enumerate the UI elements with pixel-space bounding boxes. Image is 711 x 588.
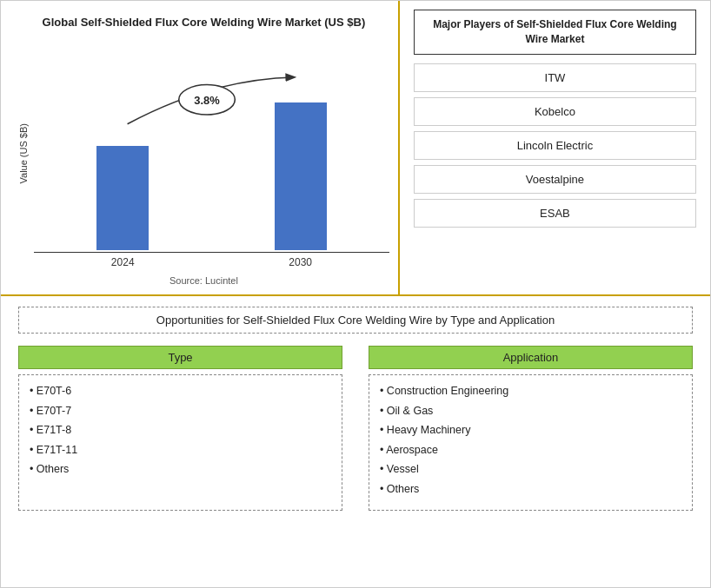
application-column: Application Construction Engineering Oil… [369, 346, 693, 511]
players-area: Major Players of Self-Shielded Flux Core… [400, 1, 710, 294]
type-item-3: E71T-8 [30, 423, 331, 439]
type-header: Type [18, 346, 342, 369]
bar-2030 [275, 102, 327, 250]
bottom-section: Opportunities for Self-Shielded Flux Cor… [1, 296, 710, 587]
bar-group-2030 [211, 76, 389, 250]
main-container: Global Self-Shielded Flux Core Welding W… [0, 0, 711, 588]
application-header: Application [369, 346, 693, 369]
bar-group-2024 [34, 76, 211, 250]
app-item-5: Vessel [380, 462, 681, 478]
type-item-2: E70T-7 [30, 404, 331, 420]
type-item-5: Others [30, 462, 331, 478]
chart-inner: 3.8% 2024 2030 [34, 39, 389, 268]
x-label-2024: 2024 [34, 253, 211, 268]
type-item-1: E70T-6 [30, 384, 331, 400]
app-item-3: Heavy Machinery [380, 423, 681, 439]
type-column: Type E70T-6 E70T-7 E71T-8 E71T-11 Others [18, 346, 342, 511]
application-body: Construction Engineering Oil & Gas Heavy… [369, 374, 693, 511]
y-axis-label: Value (US $B) [18, 123, 29, 184]
player-esab: ESAB [414, 199, 696, 228]
top-section: Global Self-Shielded Flux Core Welding W… [1, 1, 710, 296]
opportunities-title: Opportunities for Self-Shielded Flux Cor… [18, 307, 693, 334]
x-label-2030: 2030 [211, 253, 389, 268]
chart-area: Global Self-Shielded Flux Core Welding W… [1, 1, 400, 294]
chart-title: Global Self-Shielded Flux Core Welding W… [18, 15, 389, 30]
bars-area: 3.8% [34, 39, 389, 250]
player-kobelco: Kobelco [414, 97, 696, 126]
source-text: Source: Lucintel [18, 275, 389, 286]
bar-2024 [96, 146, 149, 250]
app-item-1: Construction Engineering [380, 384, 681, 400]
player-itw: ITW [414, 63, 696, 92]
type-body: E70T-6 E70T-7 E71T-8 E71T-11 Others [18, 374, 342, 511]
player-lincoln: Lincoln Electric [414, 131, 696, 160]
type-item-4: E71T-11 [30, 443, 331, 459]
app-item-6: Others [380, 482, 681, 498]
x-labels: 2024 2030 [34, 253, 389, 268]
opp-columns: Type E70T-6 E70T-7 E71T-8 E71T-11 Others… [18, 346, 693, 511]
chart-wrapper: Value (US $B) [18, 39, 389, 268]
player-voestalpine: Voestalpine [414, 165, 696, 194]
app-item-2: Oil & Gas [380, 404, 681, 420]
players-title: Major Players of Self-Shielded Flux Core… [414, 10, 696, 55]
app-item-4: Aerospace [380, 443, 681, 459]
